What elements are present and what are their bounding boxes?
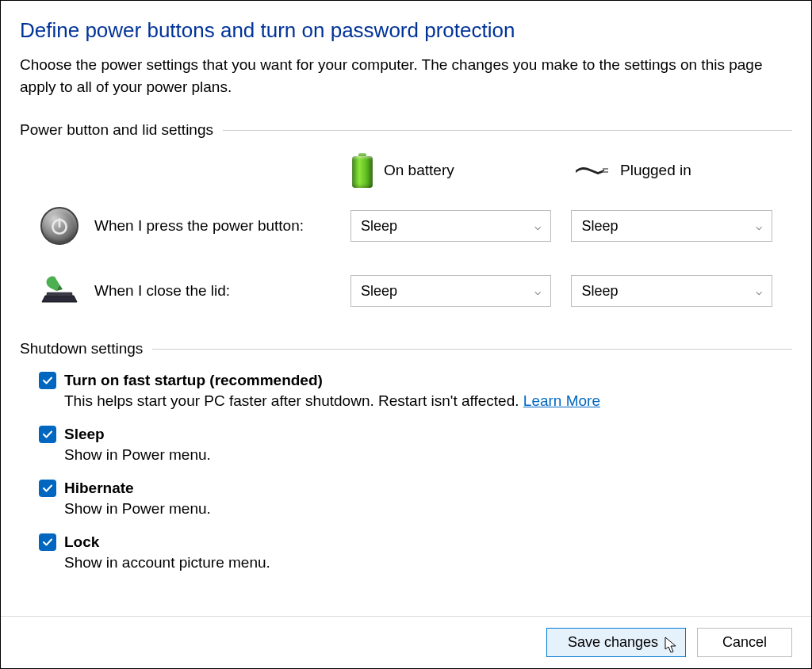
column-header-battery: On battery xyxy=(352,153,574,188)
fast-startup-desc: This helps start your PC faster after sh… xyxy=(64,392,792,410)
plug-icon xyxy=(574,162,609,179)
lock-item: Lock Show in account picture menu. xyxy=(39,533,792,572)
fast-startup-label: Turn on fast startup (recommended) xyxy=(64,372,323,389)
svg-rect-1 xyxy=(603,171,608,173)
sleep-desc: Show in Power menu. xyxy=(64,446,792,464)
power-button-label: When I press the power button: xyxy=(94,217,350,235)
divider xyxy=(152,349,792,350)
section-power-button-lid: Power button and lid settings xyxy=(20,121,792,139)
svg-rect-0 xyxy=(603,168,608,170)
page-subtitle: Choose the power settings that you want … xyxy=(20,54,765,97)
power-button-battery-dropdown[interactable]: Sleep ⌵ xyxy=(350,210,552,242)
column-label-plugged: Plugged in xyxy=(620,162,691,179)
chevron-down-icon: ⌵ xyxy=(756,285,762,297)
close-lid-row: When I close the lid: Sleep ⌵ Sleep ⌵ xyxy=(39,270,792,312)
power-settings-table: On battery Plugged in When I press the p… xyxy=(39,153,792,312)
power-button-row: When I press the power button: Sleep ⌵ S… xyxy=(39,205,792,247)
page-title: Define power buttons and turn on passwor… xyxy=(20,18,792,43)
hibernate-item: Hibernate Show in Power menu. xyxy=(39,480,792,518)
close-lid-battery-dropdown[interactable]: Sleep ⌵ xyxy=(350,275,552,307)
svg-rect-4 xyxy=(47,292,72,296)
sleep-label: Sleep xyxy=(64,426,105,443)
fast-startup-item: Turn on fast startup (recommended) This … xyxy=(39,372,792,410)
lock-desc: Show in account picture menu. xyxy=(64,554,792,572)
dropdown-value: Sleep xyxy=(581,283,618,300)
cancel-button[interactable]: Cancel xyxy=(697,628,792,657)
dropdown-value: Sleep xyxy=(361,218,397,235)
battery-icon xyxy=(352,153,373,188)
lock-label: Lock xyxy=(64,533,99,551)
lock-checkbox[interactable] xyxy=(39,533,56,551)
dropdown-value: Sleep xyxy=(581,218,618,235)
sleep-checkbox[interactable] xyxy=(39,426,56,443)
close-lid-label: When I close the lid: xyxy=(94,282,350,300)
section-shutdown-settings: Shutdown settings xyxy=(20,340,792,357)
learn-more-link[interactable]: Learn More xyxy=(523,392,600,409)
hibernate-desc: Show in Power menu. xyxy=(64,500,792,518)
hibernate-checkbox[interactable] xyxy=(39,480,56,497)
section-heading: Power button and lid settings xyxy=(20,121,213,139)
shutdown-settings-list: Turn on fast startup (recommended) This … xyxy=(39,372,792,572)
chevron-down-icon: ⌵ xyxy=(534,285,541,297)
section-heading: Shutdown settings xyxy=(20,340,143,357)
chevron-down-icon: ⌵ xyxy=(534,220,541,232)
power-button-icon xyxy=(39,205,80,247)
divider xyxy=(223,130,792,131)
column-header-plugged: Plugged in xyxy=(574,153,780,188)
laptop-lid-icon xyxy=(39,270,80,312)
close-lid-plugged-dropdown[interactable]: Sleep ⌵ xyxy=(571,275,772,307)
save-changes-button[interactable]: Save changes xyxy=(546,628,686,657)
footer: Save changes Cancel xyxy=(1,616,811,657)
sleep-item: Sleep Show in Power menu. xyxy=(39,426,792,464)
chevron-down-icon: ⌵ xyxy=(756,220,762,232)
hibernate-label: Hibernate xyxy=(64,480,134,497)
fast-startup-checkbox[interactable] xyxy=(39,372,56,389)
column-label-battery: On battery xyxy=(384,162,454,179)
dropdown-value: Sleep xyxy=(361,283,397,300)
power-button-plugged-dropdown[interactable]: Sleep ⌵ xyxy=(571,210,772,242)
cursor-icon xyxy=(665,637,679,654)
